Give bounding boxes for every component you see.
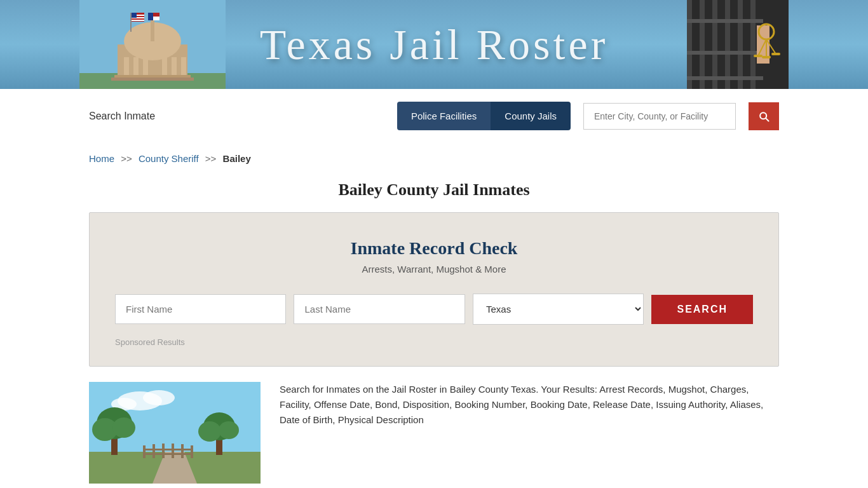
svg-rect-59 [181,444,184,458]
breadcrumb-sep1: >> [121,153,132,164]
navbar: Search Inmate Police Facilities County J… [0,89,868,143]
svg-rect-28 [738,0,743,89]
capitol-building-image [79,0,226,89]
last-name-input[interactable] [294,294,465,324]
svg-rect-26 [712,0,717,89]
record-check-title: Inmate Record Check [115,238,753,259]
svg-rect-25 [700,0,705,89]
svg-rect-22 [153,17,159,20]
breadcrumb: Home >> County Sheriff >> Bailey [0,143,868,174]
svg-rect-61 [143,449,193,451]
breadcrumb-sep2: >> [205,153,217,164]
svg-rect-32 [687,76,763,80]
jail-keys-image [687,0,789,89]
county-landscape-image [89,382,261,484]
svg-rect-14 [130,13,132,32]
record-search-button[interactable]: SEARCH [651,295,753,324]
svg-point-43 [143,390,175,405]
svg-rect-27 [725,0,730,89]
svg-rect-18 [132,20,144,21]
svg-rect-31 [687,51,763,55]
bottom-section: Search for Inmates on the Jail Roster in… [89,382,779,484]
state-select[interactable]: AlabamaAlaskaArizonaArkansasCaliforniaCo… [473,294,644,325]
page-title: Bailey County Jail Inmates [0,174,868,212]
sponsored-results-label: Sponsored Results [115,337,753,347]
county-jails-button[interactable]: County Jails [491,102,571,130]
police-facilities-button[interactable]: Police Facilities [397,102,491,130]
svg-point-49 [112,417,135,438]
first-name-input[interactable] [115,294,286,324]
svg-rect-60 [191,445,193,458]
svg-rect-9 [162,57,167,76]
svg-point-52 [198,421,221,442]
svg-rect-6 [124,57,129,76]
svg-rect-56 [153,444,155,458]
record-check-box: Inmate Record Check Arrests, Warrant, Mu… [89,212,779,367]
svg-rect-7 [133,57,139,76]
bottom-description-text: Search for Inmates on the Jail Roster in… [280,382,779,484]
svg-rect-29 [750,0,756,89]
svg-point-53 [219,421,239,439]
svg-rect-24 [687,0,692,89]
breadcrumb-current: Bailey [223,153,251,164]
svg-rect-38 [771,53,780,55]
header-banner: Texas Jail Roster [0,0,868,89]
breadcrumb-home[interactable]: Home [89,153,114,164]
svg-rect-40 [754,55,763,57]
svg-rect-10 [172,57,177,76]
svg-rect-11 [181,57,186,76]
svg-rect-30 [687,19,763,23]
svg-rect-36 [762,56,771,58]
banner-title: Texas Jail Roster [260,20,609,70]
svg-rect-62 [143,453,193,455]
svg-rect-57 [162,444,165,458]
nav-buttons: Police Facilities County Jails [397,102,571,130]
svg-rect-13 [111,78,194,81]
svg-rect-55 [143,445,146,458]
search-inmate-label: Search Inmate [89,111,384,122]
svg-rect-19 [132,13,137,18]
svg-rect-8 [143,57,148,76]
breadcrumb-county-sheriff[interactable]: County Sheriff [139,153,199,164]
facility-search-button[interactable] [749,102,779,130]
county-image [89,382,261,484]
svg-rect-58 [172,444,174,458]
search-icon [757,110,770,123]
facility-search-input[interactable] [583,103,736,130]
record-check-subtitle: Arrests, Warrant, Mugshot & More [115,264,753,274]
record-check-form: AlabamaAlaskaArizonaArkansasCaliforniaCo… [115,294,753,325]
